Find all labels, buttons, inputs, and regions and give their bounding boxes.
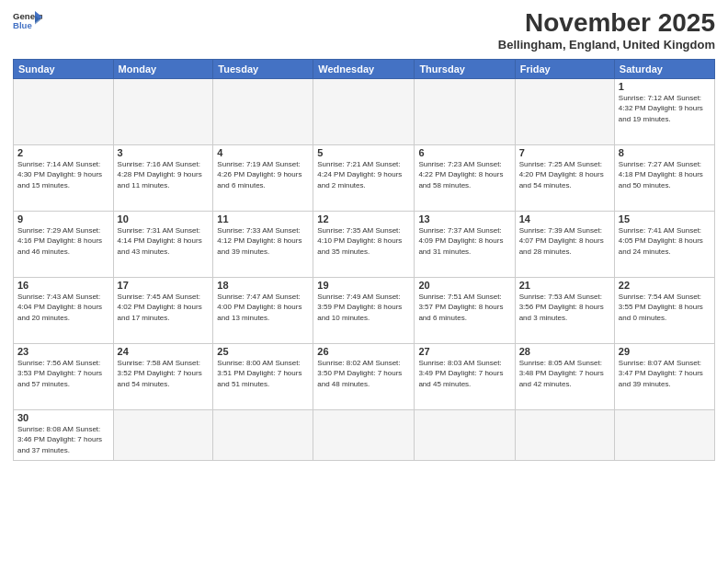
col-thursday: Thursday [415, 59, 515, 78]
day-number: 7 [519, 147, 610, 158]
day-info: Sunrise: 7:25 AM Sunset: 4:20 PM Dayligh… [519, 159, 610, 191]
day-info: Sunrise: 7:41 AM Sunset: 4:05 PM Dayligh… [619, 225, 711, 258]
table-row: 4Sunrise: 7:19 AM Sunset: 4:26 PM Daylig… [213, 144, 313, 211]
day-number: 20 [418, 280, 510, 291]
day-number: 13 [418, 213, 510, 224]
table-row: 25Sunrise: 8:00 AM Sunset: 3:51 PM Dayli… [213, 343, 313, 409]
day-number: 29 [619, 346, 711, 357]
day-info: Sunrise: 8:07 AM Sunset: 3:47 PM Dayligh… [619, 358, 711, 390]
day-number: 27 [418, 346, 510, 357]
day-info: Sunrise: 7:37 AM Sunset: 4:09 PM Dayligh… [418, 225, 510, 258]
table-row [213, 409, 313, 460]
title-block: November 2025 Bellingham, England, Unite… [498, 9, 715, 52]
table-row: 8Sunrise: 7:27 AM Sunset: 4:18 PM Daylig… [614, 144, 714, 211]
logo: General Blue [13, 9, 42, 35]
table-row: 5Sunrise: 7:21 AM Sunset: 4:24 PM Daylig… [313, 144, 415, 211]
day-info: Sunrise: 7:16 AM Sunset: 4:28 PM Dayligh… [118, 159, 210, 191]
col-monday: Monday [113, 59, 213, 78]
table-row: 6Sunrise: 7:23 AM Sunset: 4:22 PM Daylig… [415, 144, 515, 211]
day-number: 18 [217, 280, 309, 291]
day-info: Sunrise: 8:08 AM Sunset: 3:46 PM Dayligh… [17, 424, 109, 456]
day-number: 19 [317, 280, 410, 291]
table-row: 14Sunrise: 7:39 AM Sunset: 4:07 PM Dayli… [515, 211, 614, 277]
logo-icon: General Blue [13, 9, 42, 35]
day-info: Sunrise: 7:47 AM Sunset: 4:00 PM Dayligh… [217, 292, 309, 324]
day-info: Sunrise: 7:54 AM Sunset: 3:55 PM Dayligh… [619, 292, 711, 324]
day-info: Sunrise: 7:33 AM Sunset: 4:12 PM Dayligh… [217, 225, 309, 258]
day-info: Sunrise: 8:05 AM Sunset: 3:48 PM Dayligh… [519, 358, 610, 390]
table-row: 20Sunrise: 7:51 AM Sunset: 3:57 PM Dayli… [415, 277, 515, 343]
day-number: 15 [619, 213, 711, 224]
day-number: 1 [619, 81, 711, 92]
calendar-table: Sunday Monday Tuesday Wednesday Thursday… [13, 59, 715, 461]
day-number: 11 [217, 213, 309, 224]
day-info: Sunrise: 7:58 AM Sunset: 3:52 PM Dayligh… [118, 358, 210, 390]
day-info: Sunrise: 7:29 AM Sunset: 4:16 PM Dayligh… [17, 225, 109, 258]
table-row: 15Sunrise: 7:41 AM Sunset: 4:05 PM Dayli… [614, 211, 714, 277]
table-row: 16Sunrise: 7:43 AM Sunset: 4:04 PM Dayli… [14, 277, 114, 343]
table-row: 24Sunrise: 7:58 AM Sunset: 3:52 PM Dayli… [113, 343, 213, 409]
svg-text:Blue: Blue [13, 20, 32, 30]
day-info: Sunrise: 7:27 AM Sunset: 4:18 PM Dayligh… [619, 159, 711, 191]
table-row [515, 78, 614, 144]
day-info: Sunrise: 8:02 AM Sunset: 3:50 PM Dayligh… [317, 358, 410, 390]
day-info: Sunrise: 7:19 AM Sunset: 4:26 PM Dayligh… [217, 159, 309, 191]
day-number: 10 [118, 213, 210, 224]
col-tuesday: Tuesday [213, 59, 313, 78]
table-row: 7Sunrise: 7:25 AM Sunset: 4:20 PM Daylig… [515, 144, 614, 211]
col-friday: Friday [515, 59, 614, 78]
day-info: Sunrise: 8:03 AM Sunset: 3:49 PM Dayligh… [418, 358, 510, 390]
table-row: 9Sunrise: 7:29 AM Sunset: 4:16 PM Daylig… [14, 211, 114, 277]
month-title: November 2025 [498, 9, 715, 38]
day-info: Sunrise: 7:43 AM Sunset: 4:04 PM Dayligh… [17, 292, 109, 324]
table-row: 17Sunrise: 7:45 AM Sunset: 4:02 PM Dayli… [113, 277, 213, 343]
calendar-header-row: Sunday Monday Tuesday Wednesday Thursday… [14, 59, 715, 78]
day-number: 6 [418, 147, 510, 158]
day-number: 16 [17, 280, 109, 291]
day-number: 2 [17, 147, 109, 158]
table-row [313, 409, 415, 460]
day-info: Sunrise: 7:21 AM Sunset: 4:24 PM Dayligh… [317, 159, 410, 191]
table-row: 30Sunrise: 8:08 AM Sunset: 3:46 PM Dayli… [14, 409, 114, 460]
table-row: 27Sunrise: 8:03 AM Sunset: 3:49 PM Dayli… [415, 343, 515, 409]
day-info: Sunrise: 7:53 AM Sunset: 3:56 PM Dayligh… [519, 292, 610, 324]
day-info: Sunrise: 7:51 AM Sunset: 3:57 PM Dayligh… [418, 292, 510, 324]
day-info: Sunrise: 7:35 AM Sunset: 4:10 PM Dayligh… [317, 225, 410, 258]
table-row [614, 409, 714, 460]
day-number: 21 [519, 280, 610, 291]
table-row: 13Sunrise: 7:37 AM Sunset: 4:09 PM Dayli… [415, 211, 515, 277]
day-info: Sunrise: 7:23 AM Sunset: 4:22 PM Dayligh… [418, 159, 510, 191]
day-number: 26 [317, 346, 410, 357]
day-number: 5 [317, 147, 410, 158]
table-row: 21Sunrise: 7:53 AM Sunset: 3:56 PM Dayli… [515, 277, 614, 343]
day-number: 24 [118, 346, 210, 357]
table-row [415, 78, 515, 144]
day-number: 25 [217, 346, 309, 357]
day-number: 23 [17, 346, 109, 357]
day-number: 3 [118, 147, 210, 158]
day-info: Sunrise: 7:12 AM Sunset: 4:32 PM Dayligh… [619, 93, 711, 125]
table-row: 12Sunrise: 7:35 AM Sunset: 4:10 PM Dayli… [313, 211, 415, 277]
table-row [113, 78, 213, 144]
day-number: 30 [17, 412, 109, 423]
table-row: 26Sunrise: 8:02 AM Sunset: 3:50 PM Dayli… [313, 343, 415, 409]
day-number: 17 [118, 280, 210, 291]
table-row: 22Sunrise: 7:54 AM Sunset: 3:55 PM Dayli… [614, 277, 714, 343]
table-row [213, 78, 313, 144]
day-info: Sunrise: 7:56 AM Sunset: 3:53 PM Dayligh… [17, 358, 109, 390]
day-number: 22 [619, 280, 711, 291]
day-number: 28 [519, 346, 610, 357]
day-info: Sunrise: 7:31 AM Sunset: 4:14 PM Dayligh… [118, 225, 210, 258]
col-saturday: Saturday [614, 59, 714, 78]
day-number: 14 [519, 213, 610, 224]
day-number: 4 [217, 147, 309, 158]
col-wednesday: Wednesday [313, 59, 415, 78]
table-row [415, 409, 515, 460]
table-row: 11Sunrise: 7:33 AM Sunset: 4:12 PM Dayli… [213, 211, 313, 277]
day-number: 9 [17, 213, 109, 224]
table-row [113, 409, 213, 460]
day-number: 12 [317, 213, 410, 224]
col-sunday: Sunday [14, 59, 114, 78]
table-row: 3Sunrise: 7:16 AM Sunset: 4:28 PM Daylig… [113, 144, 213, 211]
table-row: 19Sunrise: 7:49 AM Sunset: 3:59 PM Dayli… [313, 277, 415, 343]
